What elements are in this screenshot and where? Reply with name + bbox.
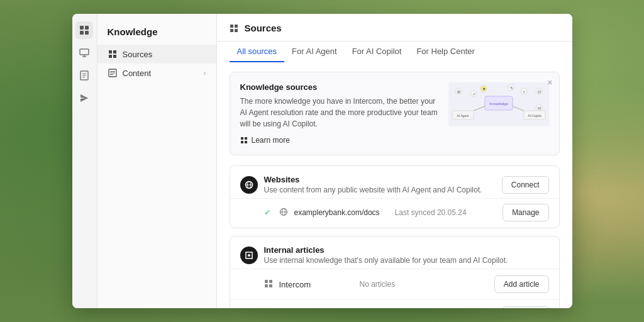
svg-text:⊡: ⊡ bbox=[537, 90, 540, 94]
websites-desc: Use content from any public website with… bbox=[264, 186, 496, 194]
rail-icon-grid[interactable] bbox=[75, 21, 93, 39]
tab-ai-copilot[interactable]: For AI Copilot bbox=[345, 42, 409, 62]
learn-more-label: Learn more bbox=[252, 136, 290, 145]
guru-action: Connect bbox=[502, 306, 549, 308]
rail-icon-monitor[interactable] bbox=[75, 44, 93, 62]
icon-rail bbox=[72, 14, 97, 308]
main-content: Sources All sources For AI Agent For AI … bbox=[217, 14, 572, 308]
svg-text:Knowledge: Knowledge bbox=[489, 102, 508, 106]
sidebar-item-content[interactable]: Content › bbox=[97, 64, 216, 82]
globe-icon bbox=[279, 208, 289, 218]
svg-rect-23 bbox=[241, 137, 243, 140]
content-area: Knowledge sources The more knowledge you… bbox=[217, 62, 572, 308]
sync-time: Last synced 20.05.24 bbox=[395, 208, 467, 217]
website-entry-row: ✓ examplerybank.com/docs Last synced 20.… bbox=[230, 198, 559, 228]
internal-articles-desc: Use internal knowledge that's only avail… bbox=[264, 256, 549, 265]
website-url: examplerybank.com/docs bbox=[294, 208, 380, 217]
content-icon bbox=[108, 68, 118, 78]
rail-icon-send[interactable] bbox=[75, 89, 93, 107]
svg-text:⊟: ⊟ bbox=[537, 106, 540, 110]
svg-rect-25 bbox=[241, 141, 243, 143]
banner-title: Knowledge sources bbox=[240, 82, 441, 92]
knowledge-banner: Knowledge sources The more knowledge you… bbox=[230, 72, 560, 155]
internal-articles-info: Internal articles Use internal knowledge… bbox=[264, 245, 549, 265]
guru-connect-button[interactable]: Connect bbox=[502, 306, 549, 308]
learn-more-link[interactable]: Learn more bbox=[240, 136, 441, 145]
intercom-icon bbox=[264, 279, 274, 289]
svg-rect-12 bbox=[113, 50, 116, 53]
svg-rect-57 bbox=[265, 280, 268, 283]
svg-rect-2 bbox=[80, 31, 84, 35]
svg-text:×: × bbox=[523, 90, 525, 94]
banner-description: The more knowledge you have in Intercom,… bbox=[240, 96, 441, 130]
svg-rect-60 bbox=[269, 284, 272, 287]
intercom-row: Intercom No articles Add article bbox=[230, 269, 559, 299]
svg-rect-26 bbox=[245, 141, 247, 143]
websites-header: Websites Use content from any public web… bbox=[230, 166, 559, 198]
svg-text:AI Agent: AI Agent bbox=[457, 114, 469, 118]
intercom-name: Intercom bbox=[279, 280, 342, 289]
banner-close-button[interactable]: × bbox=[547, 77, 552, 87]
websites-title: Websites bbox=[264, 175, 496, 184]
intercom-action: Add article bbox=[494, 275, 549, 293]
svg-text:⊞: ⊞ bbox=[457, 90, 460, 94]
svg-rect-0 bbox=[80, 26, 84, 30]
svg-text:↗: ↗ bbox=[472, 92, 475, 96]
sidebar-item-sources[interactable]: Sources bbox=[97, 45, 216, 64]
internal-articles-header: Internal articles Use internal knowledge… bbox=[230, 236, 559, 269]
svg-rect-24 bbox=[245, 137, 247, 140]
internal-articles-icon bbox=[240, 247, 258, 264]
svg-rect-11 bbox=[109, 50, 112, 53]
svg-rect-19 bbox=[230, 25, 233, 28]
svg-rect-4 bbox=[80, 49, 89, 55]
app-window: Knowledge Sources Con bbox=[72, 14, 572, 308]
content-arrow-icon: › bbox=[204, 69, 206, 77]
websites-info: Websites Use content from any public web… bbox=[264, 175, 496, 194]
sidebar-title: Knowledge bbox=[97, 21, 216, 45]
banner-text: Knowledge sources The more knowledge you… bbox=[240, 82, 441, 145]
website-manage-button[interactable]: Manage bbox=[502, 204, 548, 221]
svg-text:AI Copilot: AI Copilot bbox=[528, 114, 541, 118]
websites-section: Websites Use content from any public web… bbox=[230, 165, 560, 228]
sidebar-content-label: Content bbox=[123, 69, 152, 78]
main-header-icon bbox=[230, 23, 240, 33]
tab-ai-agent[interactable]: For AI Agent bbox=[284, 42, 345, 62]
websites-icon bbox=[240, 176, 258, 194]
sidebar-sources-label: Sources bbox=[123, 50, 153, 59]
tabs-bar: All sources For AI Agent For AI Copilot … bbox=[217, 42, 572, 62]
svg-rect-58 bbox=[269, 280, 272, 283]
knowledge-diagram: Knowledge AI Agent AI Copilot ⊞ bbox=[448, 82, 549, 126]
main-header: Sources bbox=[217, 14, 572, 42]
internal-articles-section: Internal articles Use internal knowledge… bbox=[230, 236, 560, 308]
sidebar: Knowledge Sources Con bbox=[97, 14, 217, 308]
svg-rect-13 bbox=[109, 55, 112, 58]
rail-icon-book[interactable] bbox=[75, 67, 93, 84]
svg-rect-59 bbox=[265, 284, 268, 287]
svg-point-56 bbox=[248, 254, 250, 257]
websites-connect-action: Connect bbox=[502, 176, 549, 194]
check-icon: ✓ bbox=[264, 208, 274, 218]
svg-rect-14 bbox=[113, 55, 116, 58]
intercom-add-article-button[interactable]: Add article bbox=[494, 275, 549, 293]
svg-text:⚑: ⚑ bbox=[482, 87, 485, 91]
svg-rect-1 bbox=[85, 26, 89, 30]
websites-connect-button[interactable]: Connect bbox=[502, 176, 549, 194]
svg-text:✎: ✎ bbox=[509, 86, 513, 90]
tab-all-sources[interactable]: All sources bbox=[230, 42, 285, 62]
internal-articles-title: Internal articles bbox=[264, 245, 549, 255]
guru-row: Guru Not set up Connect bbox=[230, 299, 559, 308]
tab-help-center[interactable]: For Help Center bbox=[409, 42, 482, 62]
intercom-status: No articles bbox=[360, 280, 396, 289]
svg-rect-20 bbox=[235, 25, 238, 28]
svg-rect-22 bbox=[235, 29, 238, 32]
svg-rect-3 bbox=[85, 31, 89, 35]
svg-rect-21 bbox=[230, 29, 233, 32]
sources-icon bbox=[108, 49, 118, 59]
main-title: Sources bbox=[245, 23, 282, 41]
